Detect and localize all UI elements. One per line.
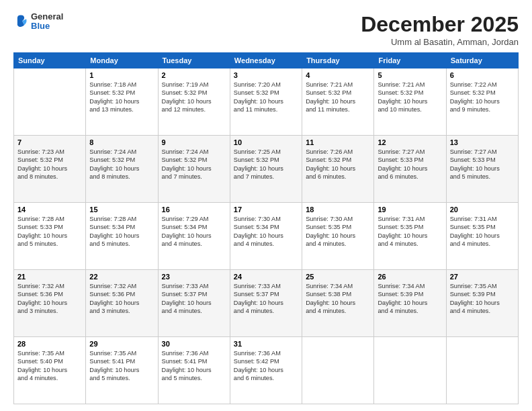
cell-info: Sunrise: 7:19 AM Sunset: 5:32 PM Dayligh… [162, 81, 226, 114]
table-row: 6Sunrise: 7:22 AM Sunset: 5:32 PM Daylig… [446, 68, 518, 136]
cell-info: Sunrise: 7:35 AM Sunset: 5:39 PM Dayligh… [450, 282, 515, 316]
header-friday: Friday [374, 53, 446, 68]
cell-date: 17 [234, 205, 298, 214]
logo: General Blue [13, 12, 63, 32]
cell-info: Sunrise: 7:33 AM Sunset: 5:37 PM Dayligh… [162, 282, 226, 316]
cell-date: 31 [234, 340, 298, 348]
cell-info: Sunrise: 7:23 AM Sunset: 5:32 PM Dayligh… [17, 148, 82, 181]
table-row: 1Sunrise: 7:18 AM Sunset: 5:32 PM Daylig… [86, 68, 158, 136]
table-row: 27Sunrise: 7:35 AM Sunset: 5:39 PM Dayli… [446, 270, 518, 337]
logo-general: General [31, 12, 63, 21]
table-row: 31Sunrise: 7:36 AM Sunset: 5:42 PM Dayli… [230, 337, 302, 404]
cell-info: Sunrise: 7:30 AM Sunset: 5:35 PM Dayligh… [306, 215, 370, 248]
calendar-week-row: 21Sunrise: 7:32 AM Sunset: 5:36 PM Dayli… [14, 270, 519, 337]
table-row: 12Sunrise: 7:27 AM Sunset: 5:33 PM Dayli… [374, 136, 446, 203]
cell-date: 25 [306, 273, 370, 281]
cell-date: 16 [162, 205, 226, 214]
calendar-week-row: 14Sunrise: 7:28 AM Sunset: 5:33 PM Dayli… [14, 203, 519, 270]
cell-info: Sunrise: 7:35 AM Sunset: 5:41 PM Dayligh… [89, 349, 154, 383]
title-block: December 2025 Umm al Basatin, Amman, Jor… [361, 12, 519, 47]
cell-date: 9 [162, 138, 226, 146]
title-location: Umm al Basatin, Amman, Jordan [361, 37, 519, 47]
cell-info: Sunrise: 7:27 AM Sunset: 5:33 PM Dayligh… [450, 148, 515, 181]
cell-date: 6 [450, 71, 515, 79]
cell-date: 5 [378, 71, 442, 79]
logo-blue: Blue [31, 21, 63, 31]
table-row: 24Sunrise: 7:33 AM Sunset: 5:37 PM Dayli… [230, 270, 302, 337]
cell-date: 27 [450, 273, 515, 281]
calendar: Sunday Monday Tuesday Wednesday Thursday… [13, 52, 519, 404]
cell-date: 21 [17, 273, 82, 281]
cell-date: 7 [17, 138, 82, 146]
cell-info: Sunrise: 7:33 AM Sunset: 5:37 PM Dayligh… [234, 282, 298, 316]
cell-info: Sunrise: 7:28 AM Sunset: 5:34 PM Dayligh… [89, 215, 154, 248]
cell-info: Sunrise: 7:29 AM Sunset: 5:34 PM Dayligh… [162, 215, 226, 248]
table-row: 21Sunrise: 7:32 AM Sunset: 5:36 PM Dayli… [14, 270, 86, 337]
cell-info: Sunrise: 7:28 AM Sunset: 5:33 PM Dayligh… [17, 215, 82, 248]
table-row: 9Sunrise: 7:24 AM Sunset: 5:32 PM Daylig… [158, 136, 230, 203]
table-row: 7Sunrise: 7:23 AM Sunset: 5:32 PM Daylig… [14, 136, 86, 203]
cell-info: Sunrise: 7:34 AM Sunset: 5:38 PM Dayligh… [306, 282, 370, 316]
table-row: 25Sunrise: 7:34 AM Sunset: 5:38 PM Dayli… [302, 270, 374, 337]
header-tuesday: Tuesday [158, 53, 230, 68]
table-row: 13Sunrise: 7:27 AM Sunset: 5:33 PM Dayli… [446, 136, 518, 203]
cell-date: 4 [306, 71, 370, 79]
header-wednesday: Wednesday [230, 53, 302, 68]
table-row: 8Sunrise: 7:24 AM Sunset: 5:32 PM Daylig… [86, 136, 158, 203]
table-row [14, 68, 86, 136]
cell-info: Sunrise: 7:21 AM Sunset: 5:32 PM Dayligh… [378, 81, 442, 114]
title-month: December 2025 [361, 12, 519, 37]
cell-date: 18 [306, 205, 370, 214]
table-row: 10Sunrise: 7:25 AM Sunset: 5:32 PM Dayli… [230, 136, 302, 203]
cell-date: 29 [89, 340, 154, 348]
cell-date: 12 [378, 138, 442, 146]
cell-info: Sunrise: 7:36 AM Sunset: 5:42 PM Dayligh… [234, 349, 298, 383]
cell-date: 8 [89, 138, 154, 146]
cell-date: 3 [234, 71, 298, 79]
cell-date: 30 [162, 340, 226, 348]
table-row: 15Sunrise: 7:28 AM Sunset: 5:34 PM Dayli… [86, 203, 158, 270]
cell-info: Sunrise: 7:31 AM Sunset: 5:35 PM Dayligh… [378, 215, 442, 248]
cell-date: 28 [17, 340, 82, 348]
cell-date: 20 [450, 205, 515, 214]
cell-info: Sunrise: 7:24 AM Sunset: 5:32 PM Dayligh… [162, 148, 226, 181]
table-row: 2Sunrise: 7:19 AM Sunset: 5:32 PM Daylig… [158, 68, 230, 136]
table-row: 11Sunrise: 7:26 AM Sunset: 5:32 PM Dayli… [302, 136, 374, 203]
cell-info: Sunrise: 7:30 AM Sunset: 5:34 PM Dayligh… [234, 215, 298, 248]
cell-date: 24 [234, 273, 298, 281]
table-row: 22Sunrise: 7:32 AM Sunset: 5:36 PM Dayli… [86, 270, 158, 337]
cell-info: Sunrise: 7:21 AM Sunset: 5:32 PM Dayligh… [306, 81, 370, 114]
cell-info: Sunrise: 7:32 AM Sunset: 5:36 PM Dayligh… [89, 282, 154, 316]
cell-date: 1 [89, 71, 154, 79]
cell-info: Sunrise: 7:35 AM Sunset: 5:40 PM Dayligh… [17, 349, 82, 383]
table-row: 30Sunrise: 7:36 AM Sunset: 5:41 PM Dayli… [158, 337, 230, 404]
cell-date: 15 [89, 205, 154, 214]
cell-date: 26 [378, 273, 442, 281]
table-row: 16Sunrise: 7:29 AM Sunset: 5:34 PM Dayli… [158, 203, 230, 270]
page: General Blue December 2025 Umm al Basati… [0, 0, 532, 411]
header-saturday: Saturday [446, 53, 518, 68]
table-row: 3Sunrise: 7:20 AM Sunset: 5:32 PM Daylig… [230, 68, 302, 136]
cell-date: 19 [378, 205, 442, 214]
table-row: 26Sunrise: 7:34 AM Sunset: 5:39 PM Dayli… [374, 270, 446, 337]
logo-icon [13, 14, 28, 29]
cell-info: Sunrise: 7:22 AM Sunset: 5:32 PM Dayligh… [450, 81, 515, 114]
header-monday: Monday [86, 53, 158, 68]
header-thursday: Thursday [302, 53, 374, 68]
table-row: 14Sunrise: 7:28 AM Sunset: 5:33 PM Dayli… [14, 203, 86, 270]
table-row: 18Sunrise: 7:30 AM Sunset: 5:35 PM Dayli… [302, 203, 374, 270]
cell-info: Sunrise: 7:18 AM Sunset: 5:32 PM Dayligh… [89, 81, 154, 114]
table-row: 28Sunrise: 7:35 AM Sunset: 5:40 PM Dayli… [14, 337, 86, 404]
weekday-header-row: Sunday Monday Tuesday Wednesday Thursday… [14, 53, 519, 68]
header-sunday: Sunday [14, 53, 86, 68]
cell-date: 10 [234, 138, 298, 146]
cell-info: Sunrise: 7:20 AM Sunset: 5:32 PM Dayligh… [234, 81, 298, 114]
table-row: 4Sunrise: 7:21 AM Sunset: 5:32 PM Daylig… [302, 68, 374, 136]
cell-info: Sunrise: 7:31 AM Sunset: 5:35 PM Dayligh… [450, 215, 515, 248]
calendar-week-row: 1Sunrise: 7:18 AM Sunset: 5:32 PM Daylig… [14, 68, 519, 136]
cell-info: Sunrise: 7:27 AM Sunset: 5:33 PM Dayligh… [378, 148, 442, 181]
cell-info: Sunrise: 7:36 AM Sunset: 5:41 PM Dayligh… [162, 349, 226, 383]
header: General Blue December 2025 Umm al Basati… [13, 12, 519, 47]
cell-date: 22 [89, 273, 154, 281]
table-row: 5Sunrise: 7:21 AM Sunset: 5:32 PM Daylig… [374, 68, 446, 136]
